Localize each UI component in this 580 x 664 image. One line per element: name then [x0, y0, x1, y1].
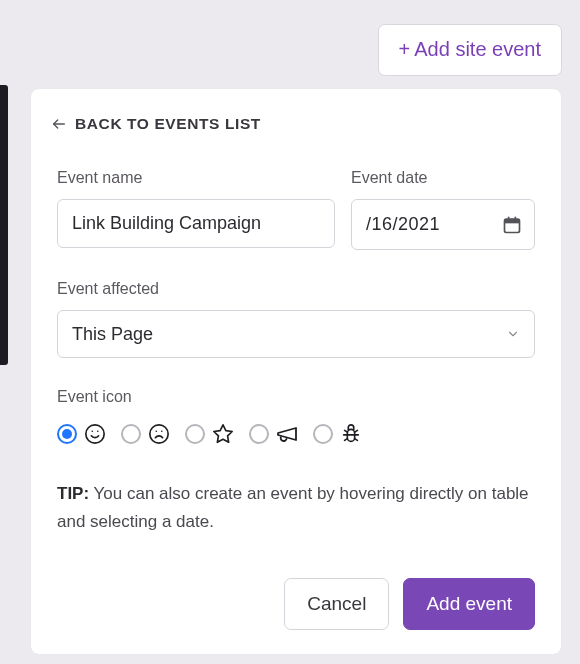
smile-icon — [83, 422, 107, 446]
frown-icon — [147, 422, 171, 446]
icon-option-megaphone[interactable] — [249, 422, 299, 446]
radio-icon — [185, 424, 205, 444]
add-site-event-button[interactable]: +Add site event — [378, 24, 562, 76]
svg-line-18 — [355, 439, 358, 441]
add-site-event-label: Add site event — [414, 38, 541, 60]
back-to-events-link[interactable]: BACK TO EVENTS LIST — [51, 89, 535, 159]
star-icon — [211, 422, 235, 446]
event-name-input[interactable] — [57, 199, 335, 248]
megaphone-icon — [275, 422, 299, 446]
tip-text: TIP: You can also create an event by hov… — [57, 480, 535, 562]
svg-line-16 — [355, 430, 358, 432]
arrow-left-icon — [51, 116, 67, 132]
plus-icon: + — [399, 38, 411, 60]
event-affected-label: Event affected — [57, 280, 535, 298]
event-icon-label: Event icon — [57, 388, 535, 406]
calendar-icon — [502, 215, 522, 235]
form-actions: Cancel Add event — [57, 578, 535, 630]
icon-option-frown[interactable] — [121, 422, 171, 446]
tip-body: You can also create an event by hovering… — [57, 484, 529, 531]
cancel-button[interactable]: Cancel — [284, 578, 389, 630]
tip-label: TIP: — [57, 484, 89, 503]
field-event-affected: Event affected This Page — [57, 280, 535, 358]
field-event-date: Event date /16/2021 — [351, 169, 535, 250]
svg-rect-2 — [505, 219, 520, 223]
icon-option-star[interactable] — [185, 422, 235, 446]
event-affected-value: This Page — [72, 324, 153, 345]
event-date-label: Event date — [351, 169, 535, 187]
chevron-down-icon — [506, 327, 520, 341]
icon-option-smile[interactable] — [57, 422, 107, 446]
left-panel-sliver — [0, 85, 8, 365]
event-date-input[interactable]: /16/2021 — [351, 199, 535, 250]
event-date-value: /16/2021 — [366, 214, 440, 235]
event-icon-options — [57, 422, 535, 446]
bug-icon — [339, 422, 363, 446]
radio-icon — [313, 424, 333, 444]
field-event-name: Event name — [57, 169, 335, 250]
svg-point-5 — [86, 425, 104, 443]
top-bar: +Add site event — [378, 24, 562, 76]
field-event-icon: Event icon — [57, 388, 535, 446]
back-label: BACK TO EVENTS LIST — [75, 115, 261, 133]
radio-icon — [121, 424, 141, 444]
form-row-name-date: Event name Event date /16/2021 — [57, 169, 535, 250]
radio-icon — [249, 424, 269, 444]
event-affected-select[interactable]: This Page — [57, 310, 535, 358]
icon-option-bug[interactable] — [313, 422, 363, 446]
svg-line-17 — [345, 439, 348, 441]
radio-icon — [57, 424, 77, 444]
svg-point-8 — [150, 425, 168, 443]
event-form-card: BACK TO EVENTS LIST Event name Event dat… — [30, 88, 562, 655]
svg-marker-11 — [214, 425, 232, 442]
svg-line-15 — [345, 430, 348, 432]
add-event-button[interactable]: Add event — [403, 578, 535, 630]
event-name-label: Event name — [57, 169, 335, 187]
